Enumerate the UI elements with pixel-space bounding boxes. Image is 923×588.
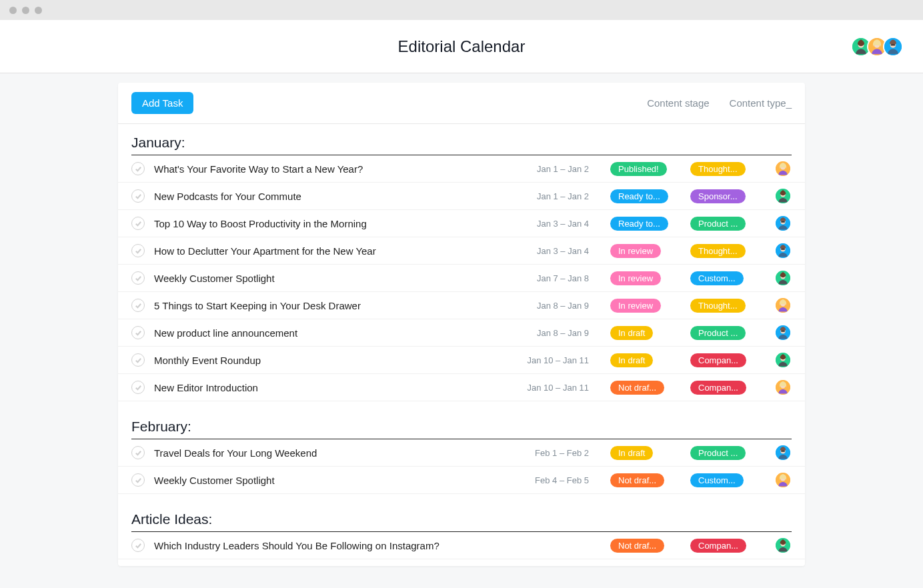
type-pill[interactable]: Compan... [690, 353, 746, 367]
stage-pill[interactable]: Ready to... [610, 189, 668, 203]
task-date-range[interactable]: Feb 1 – Feb 2 [518, 448, 598, 458]
complete-checkbox[interactable] [131, 299, 145, 312]
assignee-avatar[interactable] [774, 269, 792, 287]
task-row[interactable]: New product line announcement Jan 8 – Ja… [118, 319, 805, 347]
task-title[interactable]: Monthly Event Roundup [154, 355, 518, 366]
assignee-avatar[interactable] [774, 160, 792, 177]
assignee-avatar[interactable] [774, 187, 792, 205]
task-title[interactable]: Which Industry Leaders Should You Be Fol… [154, 540, 518, 551]
type-pill[interactable]: Compan... [690, 539, 746, 553]
stage-pill[interactable]: Not draf... [610, 539, 664, 553]
assignee-avatar[interactable] [774, 324, 792, 341]
task-row[interactable]: Top 10 Way to Boost Productivity in the … [118, 210, 805, 237]
complete-checkbox[interactable] [131, 189, 145, 203]
task-date-range[interactable]: Jan 8 – Jan 9 [518, 328, 598, 338]
task-date-range[interactable]: Jan 10 – Jan 11 [518, 355, 598, 365]
stage-pill[interactable]: In review [610, 299, 661, 313]
task-title[interactable]: Weekly Customer Spotlight [154, 475, 518, 486]
task-row[interactable]: Monthly Event Roundup Jan 10 – Jan 11 In… [118, 347, 805, 374]
stage-pill[interactable]: In draft [610, 446, 653, 460]
task-title[interactable]: New Podcasts for Your Commute [154, 191, 518, 202]
type-pill[interactable]: Thought... [690, 162, 746, 176]
task-date-range[interactable]: Jan 8 – Jan 9 [518, 301, 598, 311]
type-pill[interactable]: Custom... [690, 271, 744, 285]
stage-pill[interactable]: In review [610, 271, 661, 285]
task-row[interactable]: New Podcasts for Your Commute Jan 1 – Ja… [118, 183, 805, 210]
task-row[interactable]: 5 Things to Start Keeping in Your Desk D… [118, 292, 805, 319]
task-date-range[interactable]: Jan 1 – Jan 2 [518, 191, 598, 201]
task-row[interactable]: Travel Deals for Your Long Weekend Feb 1… [118, 439, 805, 467]
task-title[interactable]: Travel Deals for Your Long Weekend [154, 447, 518, 459]
complete-checkbox[interactable] [131, 381, 145, 394]
assignee-avatar[interactable] [774, 351, 792, 369]
complete-checkbox[interactable] [131, 217, 145, 230]
type-pill[interactable]: Sponsor... [690, 189, 746, 203]
assignee-avatar[interactable] [774, 444, 792, 461]
column-header-type[interactable]: Content type_ [730, 97, 792, 109]
section: January: What's Your Favorite Way to Sta… [118, 124, 805, 408]
type-pill[interactable]: Thought... [690, 244, 746, 258]
task-title[interactable]: Weekly Customer Spotlight [154, 273, 518, 284]
column-header-stage[interactable]: Content stage [647, 97, 709, 109]
section-title[interactable]: Article Ideas: [131, 501, 792, 532]
complete-checkbox[interactable] [131, 326, 145, 339]
stage-pill[interactable]: In review [610, 244, 661, 258]
add-task-button[interactable]: Add Task [131, 92, 193, 114]
task-date-range[interactable]: Jan 1 – Jan 2 [518, 164, 598, 174]
type-pill[interactable]: Product ... [690, 446, 746, 460]
type-pill[interactable]: Custom... [690, 473, 744, 487]
complete-checkbox[interactable] [131, 353, 145, 367]
task-row[interactable]: What's Your Favorite Way to Start a New … [118, 155, 805, 183]
task-row[interactable]: Which Industry Leaders Should You Be Fol… [118, 532, 805, 559]
stage-pill[interactable]: Published! [610, 162, 667, 176]
stage-pill[interactable]: Not draf... [610, 381, 664, 395]
svg-rect-6 [891, 44, 896, 45]
complete-checkbox[interactable] [131, 162, 145, 175]
task-row[interactable]: New Editor Introduction Jan 10 – Jan 11 … [118, 374, 805, 401]
section-title[interactable]: February: [131, 408, 792, 439]
assignee-avatar[interactable] [774, 379, 792, 396]
stage-pill[interactable]: Not draf... [610, 473, 664, 487]
traffic-light-close[interactable] [9, 7, 17, 14]
section-title[interactable]: January: [131, 124, 792, 155]
traffic-light-minimize[interactable] [22, 7, 29, 14]
complete-checkbox[interactable] [131, 446, 145, 459]
assignee-avatar[interactable] [774, 215, 792, 232]
task-date-range[interactable]: Feb 4 – Feb 5 [518, 475, 598, 485]
stage-pill[interactable]: In draft [610, 353, 653, 367]
type-pill[interactable]: Compan... [690, 381, 746, 395]
svg-rect-16 [781, 249, 785, 250]
type-pill[interactable]: Product ... [690, 217, 746, 231]
task-title[interactable]: New product line announcement [154, 327, 518, 339]
window-titlebar [0, 0, 923, 20]
toolbar: Add Task Content stage Content type_ [118, 83, 805, 124]
task-row[interactable]: How to Declutter Your Apartment for the … [118, 237, 805, 265]
task-date-range[interactable]: Jan 7 – Jan 8 [518, 273, 598, 283]
stage-pill[interactable]: Ready to... [610, 217, 668, 231]
task-date-range[interactable]: Jan 10 – Jan 11 [518, 383, 598, 393]
type-pill[interactable]: Thought... [690, 299, 746, 313]
complete-checkbox[interactable] [131, 539, 145, 552]
task-title[interactable]: What's Your Favorite Way to Start a New … [154, 163, 518, 175]
task-title[interactable]: Top 10 Way to Boost Productivity in the … [154, 218, 518, 229]
assignee-avatar[interactable] [774, 471, 792, 489]
traffic-light-zoom[interactable] [35, 7, 42, 14]
assignee-avatar[interactable] [774, 537, 792, 554]
complete-checkbox[interactable] [131, 271, 145, 285]
task-date-range[interactable]: Jan 3 – Jan 4 [518, 219, 598, 229]
task-row[interactable]: Weekly Customer Spotlight Jan 7 – Jan 8 … [118, 265, 805, 292]
task-title[interactable]: 5 Things to Start Keeping in Your Desk D… [154, 300, 518, 311]
assignee-avatar[interactable] [774, 242, 792, 259]
assignee-avatar[interactable] [774, 297, 792, 314]
stage-pill[interactable]: In draft [610, 326, 653, 340]
type-pill[interactable]: Product ... [690, 326, 746, 340]
complete-checkbox[interactable] [131, 244, 145, 257]
project-members[interactable] [855, 37, 903, 57]
task-date-range[interactable]: Jan 3 – Jan 4 [518, 246, 598, 256]
avatar[interactable] [883, 37, 903, 57]
task-title[interactable]: New Editor Introduction [154, 382, 518, 393]
task-title[interactable]: How to Declutter Your Apartment for the … [154, 245, 518, 257]
task-list-panel: Add Task Content stage Content type_ Jan… [118, 83, 805, 566]
task-row[interactable]: Weekly Customer Spotlight Feb 4 – Feb 5 … [118, 467, 805, 494]
complete-checkbox[interactable] [131, 473, 145, 487]
